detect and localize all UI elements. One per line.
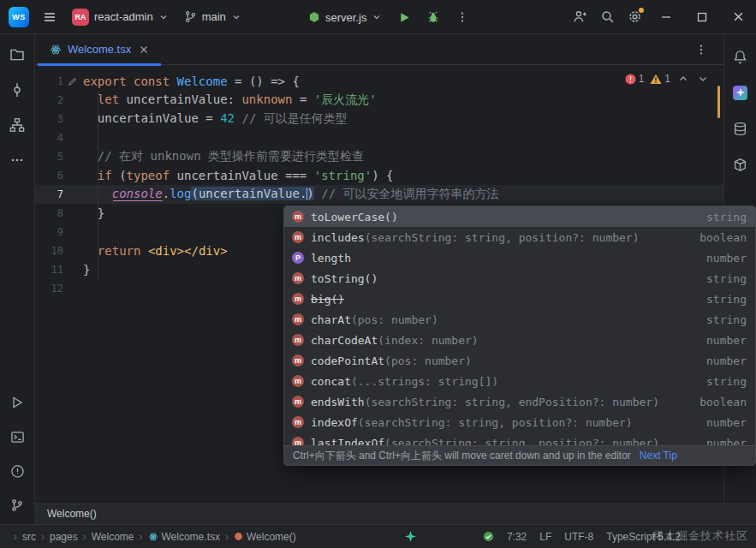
main-menu-button[interactable] [36, 5, 63, 29]
scrollbar-warning-stripe[interactable] [717, 86, 720, 118]
completion-item[interactable]: mcharAt(pos: number)string [284, 309, 755, 330]
error-count: 1 [639, 73, 645, 85]
code-line-7[interactable]: 7 console.log(uncertainValue.) // 可以安全地调… [34, 185, 723, 204]
webstorm-logo: WS [9, 7, 29, 27]
encoding-widget[interactable]: UTF-8 [564, 531, 593, 543]
warning-summary[interactable]: 1 [650, 73, 670, 85]
code-line-4[interactable]: 4 [34, 128, 723, 147]
dependencies-tool-button[interactable] [729, 152, 753, 176]
more-tool-windows-button[interactable] [5, 148, 29, 172]
completion-item[interactable]: mbig()string [284, 289, 755, 309]
completion-params: (...strings: string[]) [351, 375, 498, 388]
code-line-5[interactable]: 5 // 在对 unknown 类型操作前需要进行类型检查 [34, 147, 723, 166]
completion-item[interactable]: mincludes(searchString: string, position… [284, 227, 755, 247]
line-number[interactable]: 10 [34, 245, 63, 257]
bell-icon [733, 50, 747, 64]
terminal-tool-button[interactable] [5, 425, 29, 449]
method-icon: m [292, 437, 304, 445]
minimize-button[interactable] [648, 0, 684, 34]
maximize-button[interactable] [684, 0, 720, 34]
completion-item[interactable]: mcharCodeAt(index: number)number [284, 330, 755, 350]
file-type-widget[interactable]: TypeScript 5.4.2 [606, 531, 681, 543]
completion-type: boolean [682, 396, 747, 408]
line-number[interactable]: 1 [34, 75, 63, 87]
line-number[interactable]: 8 [34, 207, 63, 219]
branch-icon [184, 10, 197, 23]
breadcrumb-item[interactable]: Welcome [92, 531, 134, 543]
method-icon: m [292, 354, 304, 366]
code-line-2[interactable]: 2 let uncertainValue: unknown = '辰火流光' [34, 91, 723, 110]
structure-tool-button[interactable] [5, 113, 29, 137]
caret-position-widget[interactable]: 7:32 [507, 531, 527, 543]
line-number[interactable]: 12 [34, 283, 63, 295]
tab-close-button[interactable] [137, 43, 151, 57]
chevron-down-icon [158, 12, 169, 22]
vcs-branch-widget[interactable]: main [177, 5, 248, 29]
breadcrumb-item[interactable]: Welcome() [247, 531, 296, 543]
breadcrumb-item[interactable]: src [22, 531, 36, 543]
inspections-widget[interactable]: 1 1 [625, 72, 710, 86]
method-icon: m [292, 334, 304, 346]
error-summary[interactable]: 1 [625, 73, 645, 85]
completion-item[interactable]: mtoLowerCase()string [284, 206, 755, 227]
line-number[interactable]: 4 [34, 132, 63, 144]
prev-problem-button[interactable] [676, 72, 690, 86]
tab-options-button[interactable] [688, 38, 715, 62]
completion-item[interactable]: mlastIndexOf(searchString: string, posit… [284, 432, 755, 445]
code-with-me-button[interactable] [566, 5, 593, 29]
line-number[interactable]: 5 [34, 151, 63, 163]
more-run-actions-button[interactable] [449, 5, 476, 29]
property-icon: P [292, 252, 304, 264]
completion-item[interactable]: mcodePointAt(pos: number)number [284, 350, 755, 371]
ai-assistant-button[interactable] [729, 80, 753, 104]
breadcrumb-item[interactable]: pages [50, 531, 78, 543]
notifications-button[interactable] [729, 45, 753, 68]
next-problem-button[interactable] [696, 72, 710, 86]
problems-tool-button[interactable] [5, 459, 29, 483]
code-line-1[interactable]: 1export const Welcome = () => { [34, 72, 723, 91]
code-line-6[interactable]: 6 if (typeof uncertainValue === 'string'… [34, 166, 723, 185]
run-configuration-widget[interactable]: server.js [301, 5, 389, 29]
run-tool-icon [10, 396, 24, 409]
line-number[interactable]: 9 [34, 226, 63, 238]
completion-params: (searchString: string, position?: number… [358, 416, 633, 429]
breadcrumb-item[interactable]: Welcome.tsx [162, 531, 220, 543]
database-tool-button[interactable] [729, 116, 753, 140]
kebab-menu-icon [695, 43, 707, 57]
run-button[interactable] [390, 5, 418, 29]
close-button[interactable] [720, 0, 756, 34]
line-separator-widget[interactable]: LF [539, 531, 551, 543]
next-tip-link[interactable]: Next Tip [640, 450, 677, 462]
completion-item[interactable]: mindexOf(searchString: string, position?… [284, 412, 755, 432]
commit-tool-button[interactable] [5, 78, 29, 102]
completion-item[interactable]: mtoString()string [284, 268, 755, 289]
completion-name: charAt [311, 313, 351, 326]
update-badge [639, 8, 644, 13]
debug-button[interactable] [420, 5, 447, 29]
completion-type: number [689, 416, 747, 429]
search-everywhere-button[interactable] [593, 5, 621, 29]
completion-name: toLowerCase() [311, 211, 398, 223]
line-number[interactable]: 11 [34, 264, 63, 276]
version-control-tool-button[interactable] [5, 493, 29, 517]
project-tool-button[interactable] [5, 43, 29, 67]
line-number[interactable]: 6 [34, 170, 63, 182]
line-number[interactable]: 7 [34, 188, 63, 200]
kebab-menu-icon [456, 10, 468, 24]
breadcrumb-separator: › [14, 531, 17, 543]
settings-button[interactable] [621, 5, 648, 29]
completion-item[interactable]: Plengthnumber [284, 247, 755, 268]
breadcrumbs: ›src›pages›Welcome›Welcome.tsx›Welcome() [12, 531, 296, 543]
code-line-3[interactable]: 3 uncertainValue = 42 // 可以是任何类型 [34, 110, 723, 128]
completion-type: string [689, 293, 747, 306]
completion-item[interactable]: mendsWith(searchString: string, endPosit… [284, 391, 755, 412]
line-number[interactable]: 3 [34, 113, 63, 125]
tab-welcome-tsx[interactable]: Welcome.tsx [38, 34, 161, 65]
completion-type: string [689, 211, 747, 223]
completion-item[interactable]: mconcat(...strings: string[])string [284, 371, 755, 391]
project-widget[interactable]: RA react-admin [65, 5, 176, 29]
analysis-status-icon[interactable] [483, 531, 494, 542]
run-tool-button[interactable] [5, 390, 29, 414]
line-number[interactable]: 2 [34, 94, 63, 106]
bug-icon [426, 10, 440, 24]
